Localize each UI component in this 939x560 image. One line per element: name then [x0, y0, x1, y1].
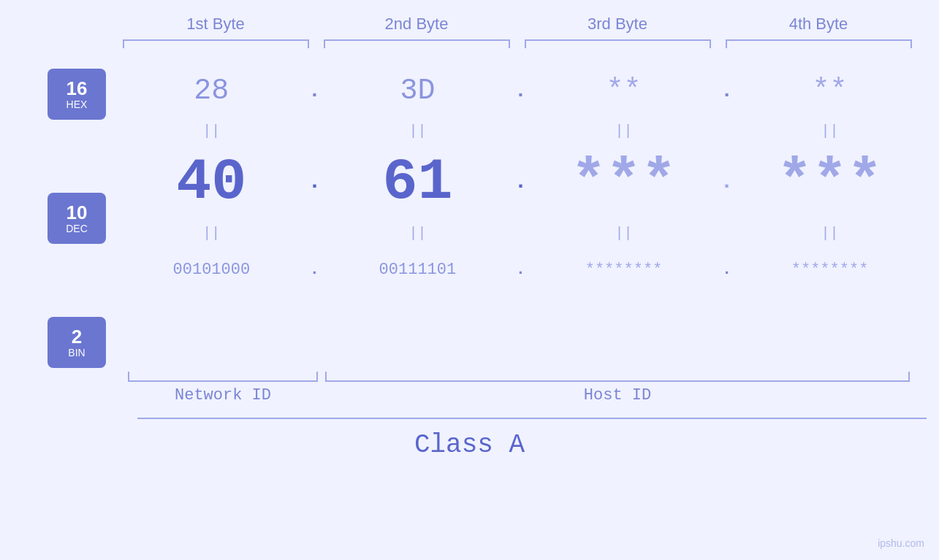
dec-badge: 10 DEC	[47, 193, 106, 244]
byte4-header: 4th Byte	[718, 15, 919, 39]
sep-row-2: || || || ||	[124, 222, 917, 244]
full-bottom-line	[137, 418, 927, 419]
hex-b3-value: **	[606, 74, 641, 107]
hex-b2-value: 3D	[400, 74, 435, 107]
bin-dot1-symbol: .	[310, 261, 319, 279]
sep2-b3: ||	[536, 225, 711, 242]
hex-badge: 16 HEX	[47, 69, 106, 120]
id-labels-row: Network ID Host ID	[124, 386, 913, 404]
bracket-3	[525, 39, 711, 48]
hex-dot1-symbol: .	[308, 80, 321, 102]
hex-dot2: .	[505, 80, 536, 102]
hex-dot3-symbol: .	[721, 80, 733, 102]
dec-dot2: .	[505, 169, 536, 194]
network-id-bracket	[128, 372, 318, 382]
host-id-label: Host ID	[325, 386, 910, 404]
main-container: 1st Byte 2nd Byte 3rd Byte 4th Byte 16 H…	[0, 0, 939, 560]
bin-dot3: .	[711, 261, 742, 279]
hex-dot3: .	[711, 80, 742, 102]
hex-dot1: .	[299, 80, 330, 102]
top-brackets	[115, 39, 919, 54]
network-id-label: Network ID	[128, 386, 318, 404]
dec-b2-cell: 61	[330, 149, 505, 215]
bin-badge-number: 2	[72, 326, 82, 348]
bin-badge: 2 BIN	[47, 317, 106, 368]
dec-dot3-symbol: .	[721, 169, 734, 194]
sep2-b2: ||	[330, 225, 505, 242]
bin-b4-value: ********	[791, 261, 869, 279]
dec-b3-value: ***	[571, 149, 676, 215]
hex-dot2-symbol: .	[514, 80, 527, 102]
bin-b4-cell: ********	[742, 261, 917, 279]
bin-b2-cell: 00111101	[330, 261, 505, 279]
bin-b3-value: ********	[585, 261, 663, 279]
bracket-1	[123, 39, 309, 48]
bracket-2	[324, 39, 510, 48]
sep1-b2: ||	[330, 123, 505, 139]
hex-b4-value: **	[813, 74, 848, 107]
hex-b3-cell: **	[536, 74, 711, 107]
bin-row: 00101000 . 00111101 . ******** .	[124, 244, 917, 295]
sep2-b4: ||	[742, 225, 917, 242]
hex-b1-value: 28	[194, 74, 229, 107]
dec-b4-value: ***	[778, 149, 883, 215]
hex-b2-cell: 3D	[330, 74, 505, 107]
dec-b1-cell: 40	[124, 149, 299, 215]
hex-badge-label: HEX	[66, 99, 88, 110]
bin-dot3-symbol: .	[722, 261, 731, 279]
sep2-b1: ||	[124, 225, 299, 242]
watermark: ipshu.com	[878, 537, 924, 549]
bin-b1-value: 00101000	[173, 261, 251, 279]
dec-badge-label: DEC	[66, 223, 88, 234]
bin-badge-label: BIN	[68, 347, 85, 358]
sep-row-1: || || || ||	[124, 120, 917, 142]
host-id-bracket	[325, 372, 910, 382]
sep1-b1: ||	[124, 123, 299, 139]
bracket-4	[726, 39, 912, 48]
dec-dot2-symbol: .	[514, 169, 527, 194]
byte3-header: 3rd Byte	[517, 15, 718, 39]
hex-badge-number: 16	[66, 78, 88, 99]
bottom-bracket-area: Network ID Host ID	[0, 372, 939, 404]
hex-b1-cell: 28	[124, 74, 299, 107]
bin-b1-cell: 00101000	[124, 261, 299, 279]
bin-b2-value: 00111101	[379, 261, 457, 279]
dec-b3-cell: ***	[536, 149, 711, 215]
dec-b4-cell: ***	[742, 149, 917, 215]
bin-dot2: .	[505, 261, 536, 279]
byte-headers: 1st Byte 2nd Byte 3rd Byte 4th Byte	[115, 15, 919, 39]
dec-b2-value: 61	[382, 149, 452, 215]
bottom-brackets	[124, 372, 913, 382]
dec-dot1-symbol: .	[308, 169, 321, 194]
bin-dot1: .	[299, 261, 330, 279]
dec-b1-value: 40	[176, 149, 246, 215]
values-area: 28 . 3D . ** . **	[124, 61, 939, 368]
byte2-header: 2nd Byte	[316, 15, 517, 39]
class-label: Class A	[0, 430, 939, 460]
sep1-b3: ||	[536, 123, 711, 139]
hex-b4-cell: **	[742, 74, 917, 107]
dec-dot1: .	[299, 169, 330, 194]
content-area: 16 HEX 10 DEC 2 BIN 28 .	[0, 61, 939, 368]
dec-row: 40 . 61 . *** . ***	[124, 142, 917, 222]
dec-dot3: .	[711, 169, 742, 194]
hex-row: 28 . 3D . ** . **	[124, 61, 917, 120]
bin-dot2-symbol: .	[516, 261, 525, 279]
sep1-b4: ||	[742, 123, 917, 139]
badges-column: 16 HEX 10 DEC 2 BIN	[29, 61, 124, 368]
byte1-header: 1st Byte	[115, 15, 316, 39]
bin-b3-cell: ********	[536, 261, 711, 279]
dec-badge-number: 10	[66, 202, 88, 223]
